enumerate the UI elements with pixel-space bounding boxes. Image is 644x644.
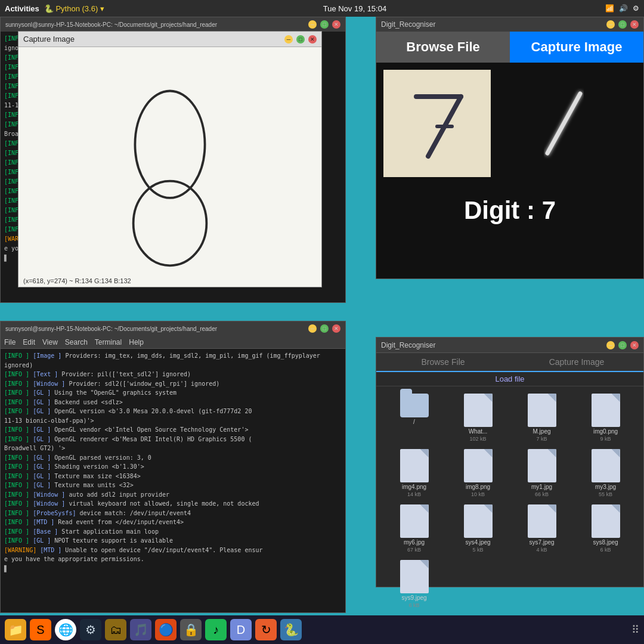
file-item-root[interactable]: /	[383, 391, 445, 444]
file-item-sys8[interactable]: sys8.jpeg 6 kB	[575, 502, 636, 555]
taskbar-sublime-icon[interactable]: S	[30, 619, 51, 640]
t2-maximize[interactable]: □	[320, 324, 329, 333]
file-size-sys4: 5 kB	[472, 547, 483, 553]
browse-file-button[interactable]: Browse File	[376, 32, 510, 63]
taskbar-vpn-icon[interactable]: 🔒	[180, 619, 202, 640]
file-item-sys4[interactable]: sys4.jpeg 5 kB	[447, 502, 509, 555]
capture-title: Capture Image	[23, 35, 75, 44]
digit-maximize[interactable]: □	[618, 20, 627, 29]
file-item-my6[interactable]: my6.jpg 67 kB	[383, 502, 445, 555]
file-icon-my6	[400, 504, 429, 538]
capture-close[interactable]: ✕	[308, 35, 317, 44]
taskbar-steam-icon[interactable]: ⚙	[80, 619, 101, 640]
t2-minimize[interactable]: ─	[308, 324, 317, 333]
terminal2-window: sunnysonl@sunny-HP-15-Notebook-PC: ~/Doc…	[0, 321, 346, 613]
file-icon-img4	[400, 449, 429, 482]
menu-help[interactable]: Help	[129, 338, 144, 346]
browse-capture-row: Browse File Capture Image	[376, 353, 643, 372]
taskbar-files-icon[interactable]: 📁	[5, 619, 26, 640]
volume-icon: 🔊	[619, 4, 628, 13]
file-icon-sys8	[592, 504, 620, 538]
ld-maximize[interactable]: □	[618, 341, 627, 349]
file-icon-my3	[592, 449, 620, 482]
file-item-img0[interactable]: img0.png 9 kB	[575, 391, 636, 444]
settings-icon: ⚙	[633, 4, 639, 13]
file-icon-sys4	[464, 504, 493, 538]
taskbar-files2-icon[interactable]: 🗂	[105, 619, 126, 640]
ld-close[interactable]: ✕	[630, 341, 639, 349]
t2-close[interactable]: ✕	[332, 324, 340, 333]
file-icon-what	[464, 394, 493, 427]
menu-search[interactable]: Search	[65, 338, 88, 346]
capture-maximize[interactable]: □	[296, 35, 305, 44]
capture-minimize[interactable]: ─	[284, 35, 293, 44]
file-item-sys7[interactable]: sys7.jpeg 4 kB	[511, 502, 572, 555]
taskbar-musicplayer-icon[interactable]: 🎵	[130, 619, 151, 640]
file-name-sys7: sys7.jpeg	[529, 539, 554, 546]
file-item-sys9[interactable]: sys9.jpeg 6 kB	[383, 558, 445, 611]
file-name-sys4: sys4.jpeg	[465, 539, 490, 546]
file-size-my6: 67 kB	[407, 547, 421, 553]
svg-point-1	[134, 181, 207, 266]
digit7-dark-image	[497, 70, 610, 177]
capture-status: (x=618, y=274) ~ R:134 G:134 B:132	[23, 277, 131, 284]
digit-recogniser-window: Digit_Recogniser ─ □ ✕ Browse File Captu…	[376, 17, 644, 279]
file-grid: / What... 102 kB M.jpeg 7 kB img0.png 9 …	[376, 386, 643, 615]
minimize-button[interactable]: ─	[308, 20, 317, 29]
taskbar-python-icon[interactable]: 🐍	[280, 619, 302, 640]
menu-edit[interactable]: Edit	[23, 338, 35, 346]
taskbar-ubuntu-icon[interactable]: 🔵	[155, 619, 177, 640]
load-dialog-title: Digit_Recogniser	[381, 341, 435, 349]
file-size-my1: 66 kB	[535, 491, 549, 497]
file-name-img8: img8.png	[466, 484, 490, 490]
menu-view[interactable]: View	[42, 338, 58, 346]
file-size-what: 102 kB	[469, 436, 486, 442]
menu-terminal[interactable]: Terminal	[95, 338, 122, 346]
terminal2-menu: File Edit View Search Terminal Help	[1, 336, 345, 349]
digit-minimize[interactable]: ─	[606, 20, 615, 29]
close-button[interactable]: ✕	[332, 20, 340, 29]
load-dialog-titlebar: Digit_Recogniser ─ □ ✕	[376, 338, 643, 353]
taskbar-chrome-icon[interactable]: 🌐	[55, 619, 76, 640]
digit-close[interactable]: ✕	[630, 20, 639, 29]
file-size-img0: 9 kB	[600, 436, 611, 442]
taskbar-updater-icon[interactable]: ↻	[255, 619, 277, 640]
taskbar-discord-icon[interactable]: D	[230, 619, 252, 640]
file-name-mjpeg: M.jpeg	[532, 428, 550, 435]
file-name-root: /	[413, 419, 415, 425]
browse-file-dimmed[interactable]: Browse File	[376, 353, 510, 371]
digit-header-buttons: Browse File Capture Image	[376, 32, 643, 63]
file-item-mjpeg[interactable]: M.jpeg 7 kB	[511, 391, 572, 444]
maximize-button[interactable]: □	[320, 20, 329, 29]
file-item-my1[interactable]: my1.jpg 66 kB	[511, 447, 572, 500]
python-menu[interactable]: 🐍 Python (3.6) ▾	[44, 4, 104, 13]
file-icon-mjpeg	[528, 394, 556, 427]
file-item-img4[interactable]: img4.png 14 kB	[383, 447, 445, 500]
terminal2-titlebar: sunnysonl@sunny-HP-15-Notebook-PC: ~/Doc…	[1, 321, 345, 336]
capture-titlebar: Capture Image ─ □ ✕	[18, 32, 321, 47]
ld-minimize[interactable]: ─	[606, 341, 615, 349]
capture-image-button[interactable]: Capture Image	[510, 32, 643, 63]
digit-images-container	[376, 63, 643, 184]
taskbar: 📁 S 🌐 ⚙ 🗂 🎵 🔵 🔒 ♪ D ↻ 🐍 ⠿	[0, 615, 644, 644]
datetime: Tue Nov 19, 15:04	[323, 4, 386, 13]
capture-canvas[interactable]: (x=618, y=274) ~ R:134 G:134 B:132	[18, 47, 321, 287]
file-item-img8[interactable]: img8.png 10 kB	[447, 447, 509, 500]
menu-file[interactable]: File	[4, 338, 16, 346]
file-size-my3: 55 kB	[599, 491, 612, 497]
file-item-what[interactable]: What... 102 kB	[447, 391, 509, 444]
digit-recogniser-titlebar: Digit_Recogniser ─ □ ✕	[376, 17, 643, 32]
file-item-my3[interactable]: my3.jpg 55 kB	[575, 447, 636, 500]
terminal1-title: sunnysonl@sunny-HP-15-Notebook-PC: ~/Doc…	[5, 21, 217, 28]
file-name-img4: img4.png	[402, 484, 426, 490]
file-name-my6: my6.jpg	[404, 539, 425, 546]
taskbar-spotify-icon[interactable]: ♪	[205, 619, 227, 640]
file-icon-sys7	[528, 504, 556, 538]
taskbar-apps-grid[interactable]: ⠿	[631, 623, 639, 636]
file-icon-sys9	[400, 560, 429, 593]
folder-icon-root	[400, 394, 429, 417]
load-file-dialog: Digit_Recogniser ─ □ ✕ Browse File Captu…	[376, 337, 644, 587]
top-bar: Activities 🐍 Python (3.6) ▾ Tue Nov 19, …	[0, 0, 644, 17]
capture-image-dimmed[interactable]: Capture Image	[510, 353, 643, 371]
activities-button[interactable]: Activities	[5, 4, 39, 13]
